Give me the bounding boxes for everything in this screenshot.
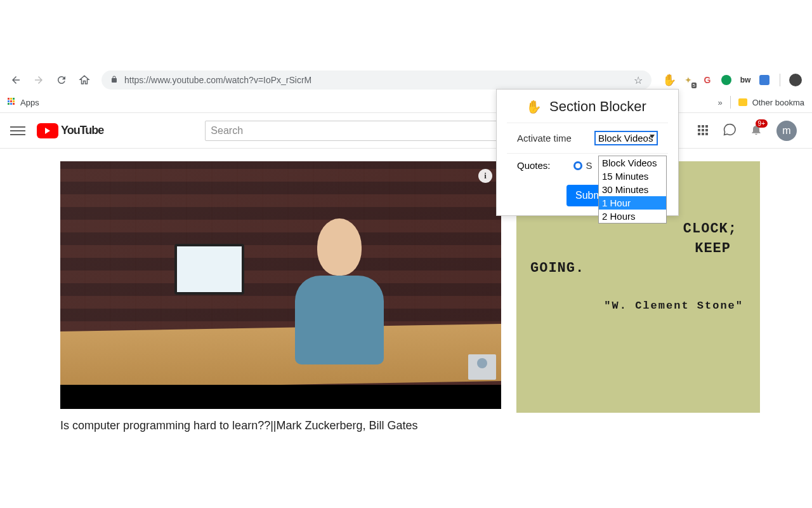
ext-icon-6[interactable]: [758, 74, 771, 86]
activate-time-dropdown: Block Videos 15 Minutes 30 Minutes 1 Hou…: [598, 156, 667, 224]
reload-button[interactable]: [55, 73, 69, 87]
lock-icon: [110, 75, 118, 86]
messages-icon[interactable]: [723, 123, 736, 138]
section-blocker-ext-icon[interactable]: ✋: [663, 74, 676, 86]
content-area: i Is computer programming hard to learn?…: [0, 149, 812, 432]
divider: [780, 74, 780, 86]
extension-icons: ✋ ✦5 G bw: [659, 74, 806, 86]
quotes-radio[interactable]: [573, 161, 582, 170]
chevron-down-icon: [650, 135, 655, 138]
home-button[interactable]: [77, 73, 91, 87]
youtube-play-icon: [37, 123, 58, 138]
popup-title: Section Blocker: [549, 98, 646, 115]
apps-grid-icon[interactable]: [698, 125, 709, 137]
user-avatar[interactable]: m: [776, 121, 797, 141]
video-frame: [60, 161, 501, 385]
dropdown-option[interactable]: 30 Minutes: [599, 183, 666, 196]
notification-badge: 9+: [756, 119, 768, 128]
video-player[interactable]: i: [60, 161, 501, 409]
bookmarks-bar: Apps » Other bookma: [0, 92, 812, 112]
youtube-logo[interactable]: YouTube: [37, 123, 103, 138]
back-button[interactable]: [9, 73, 23, 87]
apps-icon[interactable]: [8, 98, 16, 107]
hand-icon: ✋: [526, 99, 542, 114]
folder-icon: [738, 98, 747, 106]
apps-label[interactable]: Apps: [20, 98, 39, 107]
dropdown-option[interactable]: 2 Hours: [599, 210, 666, 223]
dropdown-option[interactable]: 1 Hour: [599, 196, 666, 210]
quote-text: CLOCK; KEEP GOING.: [530, 220, 743, 278]
profile-avatar-icon[interactable]: [789, 74, 802, 86]
extension-popup: ✋ Section Blocker Activate time Block Vi…: [496, 89, 679, 216]
dropdown-option[interactable]: Block Videos: [599, 156, 666, 170]
notifications-button[interactable]: 9+: [750, 123, 763, 138]
browser-toolbar: https://www.youtube.com/watch?v=IoPx_rSi…: [0, 68, 812, 92]
address-bar[interactable]: https://www.youtube.com/watch?v=IoPx_rSi…: [102, 70, 652, 90]
ext-icon-2[interactable]: ✦5: [682, 74, 695, 86]
menu-icon[interactable]: [10, 123, 25, 138]
star-icon[interactable]: ☆: [634, 74, 643, 86]
activate-time-label: Activate time: [517, 133, 580, 144]
dropdown-option[interactable]: 15 Minutes: [599, 170, 666, 183]
divider: [730, 96, 731, 109]
yt-masthead: YouTube Search 9+ m: [0, 113, 812, 149]
youtube-brand: YouTube: [61, 124, 103, 137]
quote-author: "W. Clement Stone": [530, 300, 743, 312]
chevron-right-icon[interactable]: »: [717, 98, 722, 107]
info-icon[interactable]: i: [478, 169, 492, 183]
quotes-label: Quotes:: [517, 160, 551, 171]
url-text: https://www.youtube.com/watch?v=IoPx_rSi…: [124, 75, 311, 85]
activate-time-select[interactable]: Block Videos: [594, 131, 658, 145]
other-bookmarks[interactable]: Other bookma: [752, 98, 804, 107]
ext-icon-5[interactable]: bw: [739, 74, 752, 86]
forward-button[interactable]: [32, 73, 46, 87]
pip-thumbnail[interactable]: [468, 354, 496, 380]
video-title: Is computer programming hard to learn??|…: [60, 419, 501, 432]
ext-icon-4[interactable]: [720, 74, 733, 86]
ext-icon-3[interactable]: G: [701, 74, 714, 86]
